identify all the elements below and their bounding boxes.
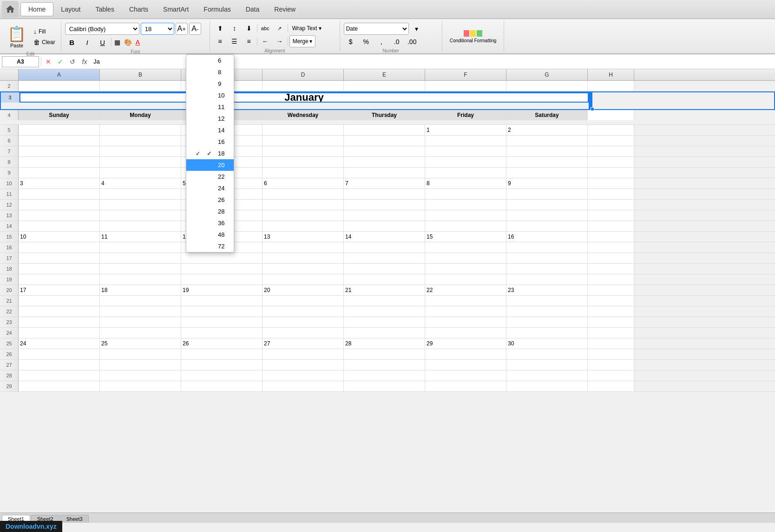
font-size-option-16[interactable]: 16: [186, 136, 234, 148]
col-header-b[interactable]: B: [100, 69, 181, 80]
font-size-option-12[interactable]: 12: [186, 113, 234, 124]
orientation-button[interactable]: ↗: [273, 23, 286, 34]
menu-item-layout[interactable]: Layout: [53, 3, 88, 16]
font-size-option-22[interactable]: 22: [186, 171, 234, 182]
fill-button[interactable]: ↓ Fill: [32, 27, 57, 36]
col-header-a[interactable]: A: [19, 69, 100, 80]
cell-a3[interactable]: January: [20, 92, 589, 103]
indent-dec-button[interactable]: ←: [259, 36, 272, 47]
table-row: 28: [0, 370, 775, 381]
divider: [288, 37, 288, 45]
font-name-select[interactable]: Calibri (Body): [65, 23, 139, 35]
font-color-button[interactable]: A: [134, 38, 141, 47]
abc-button[interactable]: abc: [259, 23, 272, 34]
clear-button[interactable]: 🗑 Clear: [32, 38, 57, 47]
underline-button[interactable]: U: [96, 36, 110, 48]
cell-h2[interactable]: [588, 81, 634, 91]
wrap-text-button[interactable]: Wrap Text ▾: [289, 23, 325, 34]
paste-label: Paste: [10, 43, 23, 48]
font-size-option-6[interactable]: 6: [186, 55, 234, 66]
font-size-option-48[interactable]: 48: [186, 229, 234, 240]
font-group-label: Font: [65, 48, 206, 54]
home-icon[interactable]: [2, 1, 19, 18]
cell-d2[interactable]: [263, 81, 344, 91]
comma-button[interactable]: ,: [374, 36, 388, 47]
align-left-button[interactable]: ≡: [214, 36, 227, 47]
font-size-option-72[interactable]: 72: [186, 240, 234, 252]
align-right-button[interactable]: ≡: [243, 36, 256, 47]
col-header-h[interactable]: H: [588, 69, 634, 80]
font-size-select[interactable]: 18: [141, 23, 174, 35]
align-center-button[interactable]: ☰: [228, 36, 241, 47]
font-size-increase-button[interactable]: A+: [176, 23, 188, 35]
col-header-d[interactable]: D: [263, 69, 344, 80]
cell-e2[interactable]: [344, 81, 425, 91]
font-size-option-26[interactable]: 26: [186, 194, 234, 206]
row-num: 2: [0, 81, 19, 91]
cf-icon-green: [477, 30, 482, 37]
font-size-option-14[interactable]: 14: [186, 124, 234, 136]
cell-g2[interactable]: [506, 81, 588, 91]
menu-item-home[interactable]: Home: [20, 2, 53, 16]
cell-d4[interactable]: Wednesday: [263, 110, 344, 120]
menu-item-review[interactable]: Review: [267, 3, 303, 16]
cell-e4[interactable]: Thursday: [344, 110, 425, 120]
undo-formula-button[interactable]: ↺: [67, 57, 78, 67]
border-button[interactable]: ▦: [113, 38, 122, 47]
merge-label: Merge: [293, 38, 309, 45]
font-size-option-11[interactable]: 11: [186, 101, 234, 113]
currency-button[interactable]: $: [344, 36, 358, 47]
col-header-g[interactable]: G: [506, 69, 588, 80]
cell-g4[interactable]: Saturday: [506, 110, 588, 120]
menu-item-charts[interactable]: Charts: [122, 3, 156, 16]
cell-a4[interactable]: Sunday: [19, 110, 100, 120]
sheet-tabs: Sheet1 Sheet2 Sheet3: [0, 513, 775, 523]
align-bottom-button[interactable]: ⬇: [243, 23, 256, 34]
table-row: 21: [0, 296, 775, 306]
confirm-formula-button[interactable]: ✓: [55, 57, 66, 67]
selection-handle: [589, 92, 592, 109]
cancel-formula-button[interactable]: ✕: [43, 57, 53, 67]
font-size-option-8[interactable]: 8: [186, 66, 234, 78]
paste-button[interactable]: 📋 Paste: [4, 23, 30, 51]
decimal-dec-button[interactable]: .0: [390, 36, 404, 47]
fill-color-button[interactable]: 🎨: [123, 38, 133, 47]
bold-button[interactable]: B: [65, 36, 79, 48]
indent-inc-button[interactable]: →: [273, 36, 286, 47]
fx-button[interactable]: fx: [79, 57, 90, 67]
align-top-button[interactable]: ⬆: [214, 23, 227, 34]
cell-h4[interactable]: [588, 110, 634, 120]
sheet-tab-3[interactable]: Sheet3: [60, 515, 89, 523]
percent-button[interactable]: %: [359, 36, 373, 47]
menu-item-formulas[interactable]: Formulas: [196, 3, 238, 16]
menu-item-data[interactable]: Data: [238, 3, 267, 16]
menu-item-smartart[interactable]: SmartArt: [156, 3, 196, 16]
conditional-formatting-button[interactable]: Conditional Formatting: [446, 23, 500, 51]
font-size-option-28[interactable]: 28: [186, 206, 234, 217]
number-format-dropdown-button[interactable]: ▾: [410, 23, 423, 34]
align-middle-button[interactable]: ↕: [228, 23, 241, 34]
font-size-option-18[interactable]: ✓18: [186, 148, 234, 159]
cell-f2[interactable]: [425, 81, 506, 91]
menu-item-tables[interactable]: Tables: [88, 3, 121, 16]
cell-f4[interactable]: Friday: [425, 110, 506, 120]
font-size-option-10[interactable]: 10: [186, 90, 234, 101]
cell-b2[interactable]: [100, 81, 181, 91]
font-size-option-36[interactable]: 36: [186, 217, 234, 229]
decimal-inc-button[interactable]: .00: [405, 36, 419, 47]
font-size-decrease-button[interactable]: A-: [189, 23, 201, 35]
italic-button[interactable]: I: [80, 36, 94, 48]
cell-a2[interactable]: [19, 81, 100, 91]
font-size-option-9[interactable]: 9: [186, 78, 234, 90]
merge-button[interactable]: Merge ▾: [289, 35, 315, 47]
cell-reference-box[interactable]: A3: [2, 56, 39, 67]
font-size-option-20[interactable]: 20: [186, 159, 234, 171]
number-format-select[interactable]: Date: [344, 23, 409, 35]
table-row: 2: [0, 81, 775, 91]
cell-b4[interactable]: Monday: [100, 110, 181, 120]
col-header-e[interactable]: E: [344, 69, 425, 80]
table-row: 13: [0, 210, 775, 221]
font-size-option-24[interactable]: 24: [186, 182, 234, 194]
table-row: 22: [0, 306, 775, 317]
col-header-f[interactable]: F: [425, 69, 506, 80]
